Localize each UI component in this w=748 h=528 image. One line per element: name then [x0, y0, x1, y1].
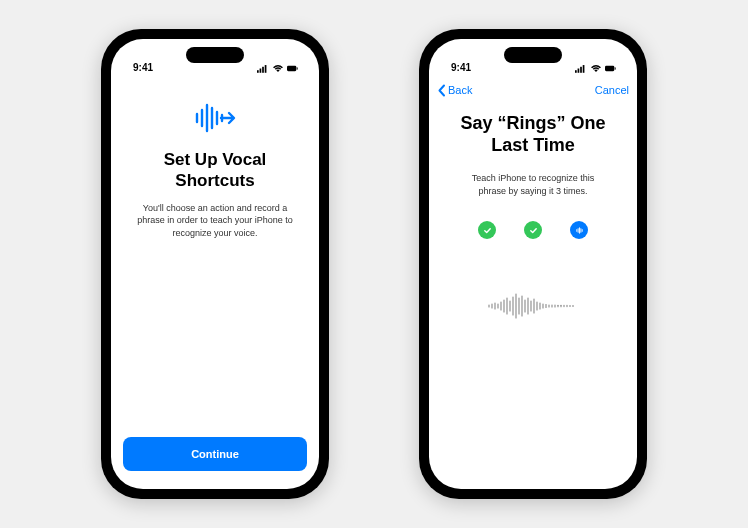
- status-indicators: [257, 64, 301, 73]
- screen-record: 9:41 Back Cancel Say “Rings” One Last Ti…: [429, 39, 637, 489]
- svg-rect-3: [265, 65, 267, 73]
- nav-bar: Back Cancel: [429, 75, 637, 105]
- wifi-icon: [590, 64, 602, 73]
- cellular-icon: [257, 64, 269, 73]
- svg-rect-17: [615, 67, 616, 69]
- battery-icon: [287, 64, 299, 73]
- chevron-left-icon: [437, 84, 447, 97]
- svg-rect-4: [287, 66, 296, 71]
- back-button[interactable]: Back: [437, 84, 472, 97]
- continue-button[interactable]: Continue: [123, 437, 307, 471]
- button-area: Continue: [111, 437, 319, 489]
- setup-subtitle: You'll choose an action and record a phr…: [129, 202, 301, 240]
- svg-rect-1: [260, 69, 262, 73]
- progress-indicators: [478, 221, 588, 239]
- screen-setup: 9:41: [111, 39, 319, 489]
- cellular-icon: [575, 64, 587, 73]
- svg-rect-16: [605, 66, 614, 71]
- attempt-1-done-icon: [478, 221, 496, 239]
- iphone-mock-right: 9:41 Back Cancel Say “Rings” One Last Ti…: [419, 29, 647, 499]
- content-area: Say “Rings” One Last Time Teach iPhone t…: [429, 105, 637, 489]
- dynamic-island: [504, 47, 562, 63]
- status-indicators: [575, 64, 619, 73]
- dynamic-island: [186, 47, 244, 63]
- record-title: Say “Rings” One Last Time: [447, 113, 619, 156]
- voice-waveform-arrow-icon: [193, 101, 237, 139]
- back-label: Back: [448, 84, 472, 96]
- svg-rect-15: [583, 65, 585, 73]
- attempt-2-done-icon: [524, 221, 542, 239]
- iphone-mock-left: 9:41: [101, 29, 329, 499]
- recording-waveform-icon: [483, 289, 583, 327]
- attempt-3-active-icon: [570, 221, 588, 239]
- wifi-icon: [272, 64, 284, 73]
- svg-rect-13: [578, 69, 580, 73]
- status-time: 9:41: [447, 62, 471, 73]
- svg-rect-5: [297, 67, 298, 69]
- svg-rect-14: [580, 67, 582, 73]
- cancel-button[interactable]: Cancel: [595, 84, 629, 96]
- content-area: Set Up Vocal Shortcuts You'll choose an …: [111, 75, 319, 437]
- battery-icon: [605, 64, 617, 73]
- svg-rect-0: [257, 70, 259, 73]
- status-time: 9:41: [129, 62, 153, 73]
- svg-rect-12: [575, 70, 577, 73]
- svg-rect-2: [262, 67, 264, 73]
- setup-title: Set Up Vocal Shortcuts: [129, 149, 301, 192]
- record-subtitle: Teach iPhone to recognize this phrase by…: [447, 172, 619, 197]
